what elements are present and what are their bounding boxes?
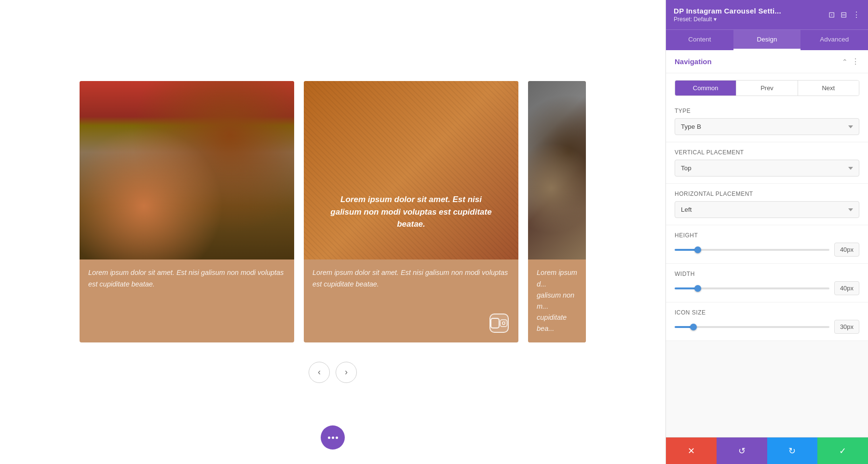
height-field-group: Height 40px [666,225,868,264]
chevron-up-icon[interactable]: ⌃ [842,58,848,66]
card1-image [80,81,294,259]
card1-bottom-text: Lorem ipsum dolor sit amet. Est nisi gal… [80,259,294,297]
width-field-group: Width 40px [666,264,868,302]
prev-arrow[interactable]: ‹ [309,362,330,383]
more-options-icon[interactable]: ⋮ [853,10,860,19]
width-slider-track[interactable] [675,287,829,289]
card2-overlay-text: Lorem ipsum dolor sit amet. Est nisi gal… [326,193,497,231]
section-more-icon[interactable]: ⋮ [852,57,859,66]
subtab-common[interactable]: Common [675,81,736,96]
svg-point-2 [505,321,506,321]
panel-title: DP Instagram Carousel Setti... [674,7,781,15]
carousel-card-2: Lorem ipsum dolor sit amet. Est nisi gal… [304,81,518,342]
carousel-container: Lorem ipsum dolor sit amet. Est nisi gal… [80,81,586,342]
panel-body: Navigation ⌃ ⋮ Common Prev Next Type Typ… [666,50,868,437]
navigation-section: Navigation ⌃ ⋮ Common Prev Next Type Typ… [666,50,868,341]
navigation-section-icons: ⌃ ⋮ [842,57,859,66]
vertical-placement-select[interactable]: Top Middle Bottom [675,160,859,177]
dots-menu-button[interactable] [321,425,345,450]
type-field-group: Type Type B Type A Type C [666,101,868,142]
carousel-card-3: Lorem ipsum d...galisum non m...cupidita… [528,81,586,342]
vertical-placement-label: Vertical Placement [675,149,859,156]
panel-tabs: Content Design Advanced [666,29,868,50]
reset-button[interactable]: ↺ [717,437,767,464]
save-button[interactable]: ✓ [817,437,868,464]
navigation-section-header: Navigation ⌃ ⋮ [666,50,868,73]
cancel-button[interactable]: ✕ [666,437,717,464]
width-label: Width [675,271,859,277]
carousel-card-1: Lorem ipsum dolor sit amet. Est nisi gal… [80,81,294,342]
svg-rect-0 [501,320,507,327]
width-value[interactable]: 40px [834,281,859,295]
horizontal-placement-select[interactable]: Left Center Right [675,201,859,218]
settings-panel: DP Instagram Carousel Setti... Preset: D… [665,0,868,464]
width-slider-row: 40px [675,281,859,295]
horizontal-placement-group: Horizontal Placement Left Center Right [666,184,868,225]
height-slider-row: 40px [675,243,859,257]
tab-content[interactable]: Content [666,30,733,50]
height-slider-track[interactable] [675,249,829,251]
icon-size-slider-row: 30px [675,320,859,334]
icon-size-slider-track[interactable] [675,326,829,328]
card2-image: Lorem ipsum dolor sit amet. Est nisi gal… [304,81,518,259]
redo-button[interactable]: ↻ [767,437,818,464]
carousel-navigation: ‹ › [309,362,357,383]
navigation-subtabs: Common Prev Next [675,80,859,96]
icon-size-field-group: Icon Size 30px [666,302,868,341]
next-arrow[interactable]: › [336,362,357,383]
tab-advanced[interactable]: Advanced [800,30,868,50]
type-select[interactable]: Type B Type A Type C [675,118,859,135]
card3-bottom-text: Lorem ipsum d...galisum non m...cupidita… [528,259,586,342]
layout-icon[interactable]: ⊟ [841,10,847,19]
icon-size-label: Icon Size [675,309,859,316]
type-label: Type [675,108,859,114]
icon-size-value[interactable]: 30px [834,320,859,334]
horizontal-placement-label: Horizontal Placement [675,191,859,197]
subtab-prev[interactable]: Prev [736,81,798,96]
height-label: Height [675,232,859,239]
navigation-section-title: Navigation [675,57,712,66]
card2-bottom-text: Lorem ipsum dolor sit amet. Est nisi gal… [304,259,518,297]
tab-design[interactable]: Design [733,30,801,50]
panel-header: DP Instagram Carousel Setti... Preset: D… [666,0,868,29]
panel-subtitle: Preset: Default ▾ [674,16,781,23]
subtab-next[interactable]: Next [798,81,859,96]
panel-header-icons: ⊡ ⊟ ⋮ [828,10,860,19]
panel-footer: ✕ ↺ ↻ ✓ [666,437,868,464]
instagram-icon [489,314,509,333]
main-content: Lorem ipsum dolor sit amet. Est nisi gal… [0,0,665,464]
height-value[interactable]: 40px [834,243,859,257]
svg-point-1 [502,322,505,325]
responsive-icon[interactable]: ⊡ [828,10,835,19]
vertical-placement-group: Vertical Placement Top Middle Bottom [666,142,868,184]
card3-image [528,81,586,259]
